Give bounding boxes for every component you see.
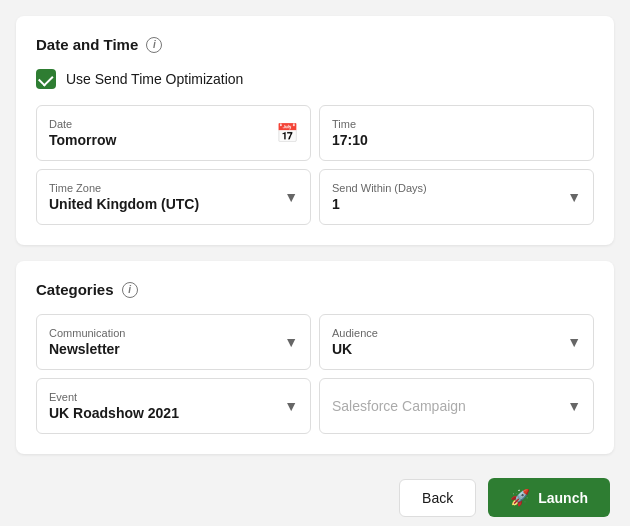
- event-field[interactable]: Event UK Roadshow 2021 ▼: [36, 378, 311, 434]
- categories-title: Categories: [36, 281, 114, 298]
- send-within-value: 1: [332, 196, 427, 212]
- date-time-fields: Date Tomorrow 📅 Time 17:10 Time Zone Uni…: [36, 105, 594, 225]
- send-time-optimization-checkbox[interactable]: [36, 69, 56, 89]
- categories-header: Categories i: [36, 281, 594, 298]
- audience-label: Audience: [332, 327, 378, 339]
- time-value: 17:10: [332, 132, 368, 148]
- categories-fields: Communication Newsletter ▼ Audience UK ▼…: [36, 314, 594, 434]
- footer: Back 🚀 Launch: [16, 470, 614, 525]
- send-time-optimization-label: Use Send Time Optimization: [66, 71, 243, 87]
- communication-chevron-icon: ▼: [284, 334, 298, 350]
- event-value: UK Roadshow 2021: [49, 405, 179, 421]
- communication-value: Newsletter: [49, 341, 125, 357]
- send-within-chevron-icon: ▼: [567, 189, 581, 205]
- date-time-section: Date and Time i Use Send Time Optimizati…: [16, 16, 614, 245]
- date-value: Tomorrow: [49, 132, 116, 148]
- salesforce-chevron-icon: ▼: [567, 398, 581, 414]
- date-label: Date: [49, 118, 116, 130]
- send-within-label: Send Within (Days): [332, 182, 427, 194]
- salesforce-campaign-field[interactable]: Salesforce Campaign ▼: [319, 378, 594, 434]
- timezone-value: United Kingdom (UTC): [49, 196, 199, 212]
- date-time-header: Date and Time i: [36, 36, 594, 53]
- audience-field[interactable]: Audience UK ▼: [319, 314, 594, 370]
- calendar-icon: 📅: [276, 122, 298, 144]
- audience-value: UK: [332, 341, 378, 357]
- categories-section: Categories i Communication Newsletter ▼ …: [16, 261, 614, 454]
- date-field[interactable]: Date Tomorrow 📅: [36, 105, 311, 161]
- timezone-label: Time Zone: [49, 182, 199, 194]
- send-within-field[interactable]: Send Within (Days) 1 ▼: [319, 169, 594, 225]
- rocket-icon: 🚀: [510, 488, 530, 507]
- timezone-chevron-icon: ▼: [284, 189, 298, 205]
- time-label: Time: [332, 118, 368, 130]
- salesforce-campaign-value: Salesforce Campaign: [332, 398, 466, 414]
- send-time-optimization-row: Use Send Time Optimization: [36, 69, 594, 89]
- time-field[interactable]: Time 17:10: [319, 105, 594, 161]
- categories-info-icon[interactable]: i: [122, 282, 138, 298]
- launch-label: Launch: [538, 490, 588, 506]
- date-time-title: Date and Time: [36, 36, 138, 53]
- event-chevron-icon: ▼: [284, 398, 298, 414]
- launch-button[interactable]: 🚀 Launch: [488, 478, 610, 517]
- audience-chevron-icon: ▼: [567, 334, 581, 350]
- communication-label: Communication: [49, 327, 125, 339]
- date-time-info-icon[interactable]: i: [146, 37, 162, 53]
- timezone-field[interactable]: Time Zone United Kingdom (UTC) ▼: [36, 169, 311, 225]
- communication-field[interactable]: Communication Newsletter ▼: [36, 314, 311, 370]
- back-button[interactable]: Back: [399, 479, 476, 517]
- event-label: Event: [49, 391, 179, 403]
